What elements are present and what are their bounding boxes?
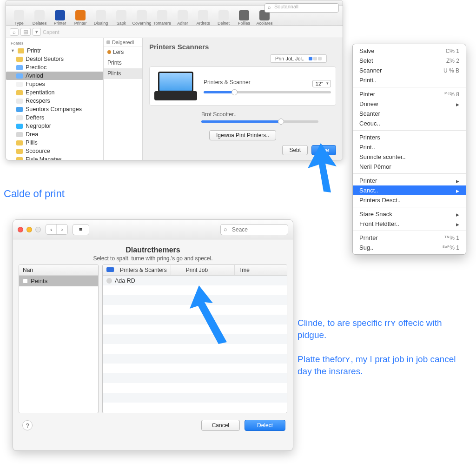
help-button[interactable]: ? <box>22 420 33 430</box>
table-row[interactable] <box>103 354 287 364</box>
folder-icon <box>18 48 24 53</box>
size-select[interactable]: 12" <box>312 80 331 87</box>
zoom-icon[interactable] <box>35 227 41 232</box>
menu-item[interactable]: SalveC% 1 <box>353 46 466 56</box>
nav-back-forward[interactable]: ‹ › <box>46 224 68 235</box>
dialog-window: ‹ › ≡ Dlautrcthemers Select to spalt, tu… <box>13 219 293 451</box>
menu-item[interactable]: Stare Snack <box>353 209 466 219</box>
tree-item-3[interactable]: Avnlod <box>6 72 103 80</box>
tree-item-13[interactable]: Fisle Manates <box>6 155 103 160</box>
folder-icon <box>16 57 23 62</box>
mid-item-2[interactable]: Plints <box>104 68 142 79</box>
menu-shortcut: ᴹᶜ% 8 <box>444 91 459 98</box>
tree-item-2[interactable]: Prectioc <box>6 63 103 72</box>
open-printers-button[interactable]: Igewoa Pint Printers.. <box>209 130 276 140</box>
tree-item-5[interactable]: Epentiation <box>6 88 103 97</box>
toolbar-icon <box>34 10 45 20</box>
toolbar-item-1[interactable]: Delates <box>29 10 50 26</box>
toolbar-item-5[interactable]: Sapk <box>111 10 132 26</box>
submenu-arrow-icon <box>456 220 459 227</box>
menu-item[interactable]: Sanct.. <box>353 185 466 195</box>
toolbar-icon <box>198 10 208 20</box>
tree-item-1[interactable]: Destol Seutors <box>6 55 103 63</box>
menu-item[interactable]: Printers <box>353 132 466 142</box>
table-row[interactable] <box>103 373 287 383</box>
tree-item-9[interactable]: Negroplor <box>6 122 103 130</box>
toolbar-search[interactable]: Soutannall <box>264 3 339 13</box>
disclosure-icon: ▼ <box>11 48 15 53</box>
menu-item[interactable]: Pinterᴹᶜ% 8 <box>353 89 466 99</box>
folder-icon <box>16 140 23 145</box>
tree-item-10[interactable]: Drea <box>6 130 103 139</box>
menu-item[interactable]: Printers Desct.. <box>353 195 466 205</box>
tree-item-11[interactable]: Pillls <box>6 139 103 147</box>
table-row[interactable] <box>103 383 287 393</box>
menu-item[interactable]: Neril Pêmor <box>353 162 466 172</box>
tree-item-6[interactable]: Recspers <box>6 97 103 105</box>
traffic-lights[interactable] <box>18 227 41 232</box>
list-header: Nan <box>19 265 98 276</box>
subtool-seg[interactable]: ▤ <box>20 28 31 36</box>
dialog-ok-button[interactable]: Delect <box>245 420 285 431</box>
list-item[interactable]: Peints <box>19 276 98 286</box>
table-row[interactable] <box>103 403 287 412</box>
tree-item-7[interactable]: Suentors Companges <box>6 105 103 113</box>
table-row[interactable] <box>103 393 287 403</box>
table-col-2[interactable]: Print Job <box>182 265 235 275</box>
menu-item[interactable]: Prnrterᵀᴺ% 1 <box>353 233 466 243</box>
toolbar-item-0[interactable]: Type <box>9 10 29 26</box>
minimize-icon[interactable] <box>26 227 32 232</box>
dialog-search[interactable] <box>220 224 288 235</box>
menu-item[interactable]: Sug..ᴱˣᴾ% 1 <box>353 243 466 252</box>
toolbar-item-6[interactable]: Coverning <box>132 10 152 26</box>
toolbar-item-2[interactable]: Printer <box>50 10 70 26</box>
dialog-search-input[interactable] <box>220 224 288 235</box>
menu-item[interactable]: Print.. <box>353 142 466 152</box>
print-job-pill[interactable]: Prin JoL Jol.. <box>270 54 327 63</box>
dialog-title: Dlautrcthemers <box>18 246 288 254</box>
menu-item[interactable]: Scanter <box>353 109 466 119</box>
toolbar-item-4[interactable]: Dioalng <box>91 10 111 26</box>
tree-item-4[interactable]: Fupoes <box>6 80 103 88</box>
subtool-dropdown[interactable]: ▾ <box>33 28 41 36</box>
checkbox[interactable] <box>23 278 28 284</box>
menu-item[interactable]: Ceouc.. <box>353 119 466 128</box>
tree-item-12[interactable]: Scoource <box>6 147 103 155</box>
menu-item[interactable]: Front Heldtter.. <box>353 219 466 229</box>
tree-item-0[interactable]: ▼Printr <box>6 46 103 55</box>
search-icon[interactable]: ⌕ <box>10 28 19 36</box>
menu-item[interactable]: Printer <box>353 176 466 185</box>
sidebar-mid: Daigeredl LersPrintsPlints <box>104 38 143 160</box>
list-icon: ≡ <box>79 226 83 233</box>
dialog-cancel-button[interactable]: Cancel <box>201 420 240 431</box>
nav-back[interactable]: ‹ <box>46 225 56 234</box>
toolbar-item-3[interactable]: Printer <box>70 10 91 26</box>
mid-item-1[interactable]: Prints <box>104 58 142 68</box>
slider-1[interactable] <box>204 91 331 93</box>
table-row[interactable] <box>103 364 287 373</box>
toolbar-item-8[interactable]: Adlter <box>172 10 193 26</box>
menu-item[interactable]: Printi.. <box>353 75 466 85</box>
slider-2[interactable] <box>201 120 318 123</box>
nav-forward[interactable]: › <box>56 225 67 234</box>
menu-item[interactable]: ScannerU % B <box>353 66 466 75</box>
row2-label: Brot Scootter.. <box>201 111 335 118</box>
list-view-button[interactable]: ≡ <box>73 224 89 235</box>
toolbar-item-9[interactable]: Ardrets <box>193 10 213 26</box>
close-icon[interactable] <box>18 227 23 232</box>
toolbar-item-7[interactable]: Tomarere <box>152 10 172 26</box>
table-col-1[interactable]: Prnters & Scanters <box>103 265 182 275</box>
mid-item-0[interactable]: Lers <box>104 47 142 58</box>
menu-item[interactable]: Drinew <box>353 99 466 109</box>
context-menu[interactable]: SalveC% 1SeletZ% 2ScannerU % BPrinti..Pi… <box>352 44 466 255</box>
table-col-3[interactable]: Tme <box>235 265 287 275</box>
toolbar-item-11[interactable]: Follies <box>234 10 254 26</box>
table-header: Prnters & Scanters Print Job Tme <box>103 265 287 276</box>
sidebar-tree: Foates ▼PrintrDestol SeutorsPrectiocAvnl… <box>6 38 104 160</box>
menu-item[interactable]: Sunricle sconter.. <box>353 152 466 162</box>
toolbar-subbar: ⌕ ▤ ▾ Capent <box>6 26 343 38</box>
menu-separator <box>353 231 466 231</box>
tree-item-8[interactable]: Defters <box>6 113 103 122</box>
toolbar-item-10[interactable]: Delnet <box>213 10 234 26</box>
menu-item[interactable]: SeletZ% 2 <box>353 56 466 66</box>
